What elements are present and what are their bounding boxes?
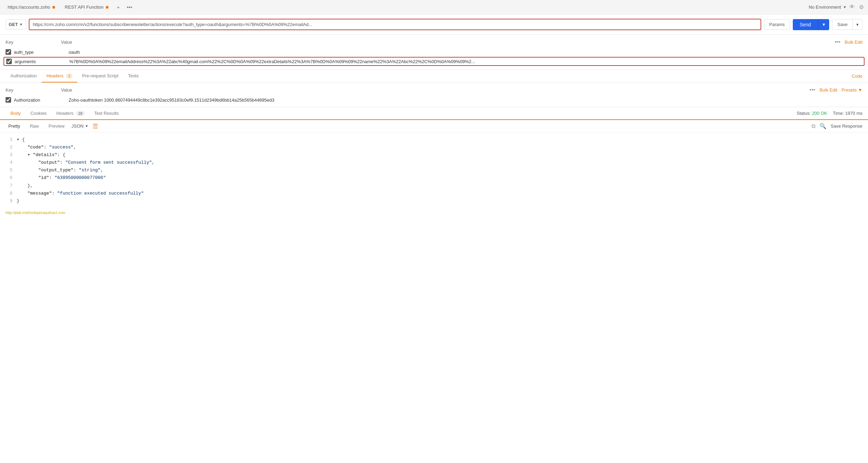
headers-presets-button[interactable]: Presets ▼ [841, 87, 862, 93]
param-auth-type-key: auth_type [14, 50, 66, 55]
params-button[interactable]: Params [764, 19, 790, 30]
line-content-6: "id": "63095000000077006" [17, 174, 862, 182]
code-button[interactable]: Code [852, 70, 862, 82]
method-chevron-icon: ▼ [19, 23, 23, 26]
params-bulk-edit-button[interactable]: Bulk Edit [845, 40, 862, 45]
copy-icon[interactable]: ⧉ [811, 123, 815, 129]
tab1-status-dot [52, 6, 55, 9]
param-arguments-key: arguments [15, 59, 67, 64]
response-format-bar: Pretty Raw Preview JSON ▼ ☰ ⧉ 🔍 Save Res… [0, 120, 868, 132]
tab-authorization-label: Authorization [10, 73, 37, 78]
param-arguments-checkbox[interactable] [6, 59, 12, 64]
tab-tests[interactable]: Tests [123, 70, 144, 83]
headers-bulk-edit-button[interactable]: Bulk Edit [819, 87, 837, 93]
code-line-8: 8 "message": "function executed successf… [6, 190, 862, 197]
save-dropdown-button[interactable]: ▼ [853, 19, 862, 30]
tab-accounts-zoho[interactable]: https://accounts.zoho [4, 3, 59, 11]
code-line-9: 9 } [6, 197, 862, 205]
header-authorization-value: Zoho-oauthtoken 1000.8607494449c8bc1e392… [69, 97, 862, 103]
line-num-9: 9 [6, 197, 12, 205]
line-num-7: 7 [6, 182, 12, 190]
line-num-1: 1 [6, 136, 12, 144]
fmt-pretty[interactable]: Pretty [6, 122, 23, 130]
tab-headers-label: Headers [46, 73, 63, 78]
line-content-8: "message": "function executed successful… [17, 190, 862, 197]
send-button-group: Send ▼ [793, 19, 830, 30]
line-content-9: } [17, 197, 862, 205]
param-auth-type-checkbox[interactable] [6, 49, 11, 55]
resp-tab-body[interactable]: Body [6, 107, 26, 120]
param-arguments-value: %7B%0D%0A%09%22emailAddress%22%3A%22abc%… [69, 59, 862, 64]
tab-headers[interactable]: Headers 1 [42, 70, 77, 83]
line-content-7: }, [17, 182, 862, 190]
line-num-5: 5 [6, 166, 12, 174]
env-label: No Environment [809, 5, 841, 10]
eye-icon[interactable]: 👁 [849, 4, 855, 10]
resp-tab-headers[interactable]: Headers 18 [52, 107, 89, 120]
resp-tab-headers-badge: 18 [76, 111, 84, 116]
save-button[interactable]: Save [832, 19, 853, 30]
bottom-link[interactable]: http://plat.methodsperaquitract.com [0, 208, 868, 217]
line-num-4: 4 [6, 159, 12, 166]
method-selector[interactable]: GET ▼ [6, 19, 26, 29]
code-line-6: 6 "id": "63095000000077006" [6, 174, 862, 182]
bottom-link-text: http://plat.methodsperaquitract.com [6, 211, 65, 215]
params-more-button[interactable]: ••• [835, 39, 841, 45]
resp-tab-test-results[interactable]: Test Results [89, 107, 124, 120]
request-tabs-bar: Authorization Headers 1 Pre-request Scri… [0, 70, 868, 83]
wrap-icon[interactable]: ☰ [93, 122, 98, 130]
params-header: Key Value ••• Bulk Edit [6, 37, 862, 48]
response-body: 1 ▾ { 2 "code": "success", 3 ▾ "details"… [0, 132, 868, 208]
tab-pre-request-label: Pre-request Script [82, 73, 119, 78]
tab2-status-dot [106, 6, 108, 9]
url-input[interactable] [29, 19, 761, 30]
method-label: GET [9, 22, 18, 27]
fmt-raw[interactable]: Raw [27, 122, 42, 130]
line-content-2: "code": "success", [17, 144, 862, 151]
tab-tests-label: Tests [128, 73, 139, 78]
new-tab-button[interactable]: + [115, 3, 122, 11]
code-line-2: 2 "code": "success", [6, 144, 862, 151]
code-line-4: 4 "output": "Consent form sent successfu… [6, 159, 862, 166]
code-line-1: 1 ▾ { [6, 136, 862, 144]
more-tabs-button[interactable]: ••• [124, 3, 134, 11]
params-actions: ••• Bulk Edit [835, 39, 862, 45]
header-authorization-checkbox[interactable] [6, 97, 11, 103]
search-icon[interactable]: 🔍 [819, 123, 826, 129]
time-value: 1970 ms [845, 111, 862, 116]
save-button-group: Save ▼ [832, 19, 862, 30]
headers-section: Key Value ••• Bulk Edit Presets ▼ Author… [0, 83, 868, 107]
header-row-authorization: Authorization Zoho-oauthtoken 1000.86074… [6, 96, 862, 104]
line-content-1: ▾ { [17, 136, 862, 144]
resp-tab-headers-label: Headers [57, 111, 73, 116]
headers-actions: ••• Bulk Edit Presets ▼ [809, 87, 862, 93]
query-params-section: Key Value ••• Bulk Edit auth_type oauth … [0, 35, 868, 70]
headers-table-header: Key Value ••• Bulk Edit Presets ▼ [6, 85, 862, 96]
params-value-header: Value [61, 40, 835, 45]
format-type-selector[interactable]: JSON ▼ [71, 123, 88, 129]
headers-more-button[interactable]: ••• [809, 87, 815, 93]
line-content-5: "output_type": "string", [17, 166, 862, 174]
send-button[interactable]: Send [793, 19, 818, 30]
tab-rest-api[interactable]: REST API Function [61, 3, 112, 11]
status-value: 200 OK [812, 111, 827, 116]
top-icons-group: 👁 ⚙ [849, 4, 864, 10]
environment-selector[interactable]: No Environment ▼ [809, 5, 847, 10]
tab-pre-request[interactable]: Pre-request Script [77, 70, 123, 83]
line-content-3: ▾ "details": { [17, 151, 862, 159]
time-label: Time: 1970 ms [833, 111, 862, 116]
format-chevron-icon: ▼ [85, 124, 88, 128]
fmt-preview[interactable]: Preview [46, 122, 67, 130]
resp-tab-cookies[interactable]: Cookies [26, 107, 52, 120]
tab-authorization[interactable]: Authorization [6, 70, 42, 83]
send-dropdown-button[interactable]: ▼ [818, 19, 830, 30]
format-type-label: JSON [71, 123, 84, 129]
resp-tab-test-results-label: Test Results [94, 111, 119, 116]
settings-icon[interactable]: ⚙ [859, 4, 864, 10]
code-line-3: 3 ▾ "details": { [6, 151, 862, 159]
tab-url-label: https://accounts.zoho [8, 5, 50, 10]
params-key-header: Key [6, 40, 61, 45]
response-status-bar: Status: 200 OK Time: 1970 ms [797, 111, 862, 116]
line-num-2: 2 [6, 144, 12, 151]
save-response-button[interactable]: Save Response [831, 123, 862, 129]
